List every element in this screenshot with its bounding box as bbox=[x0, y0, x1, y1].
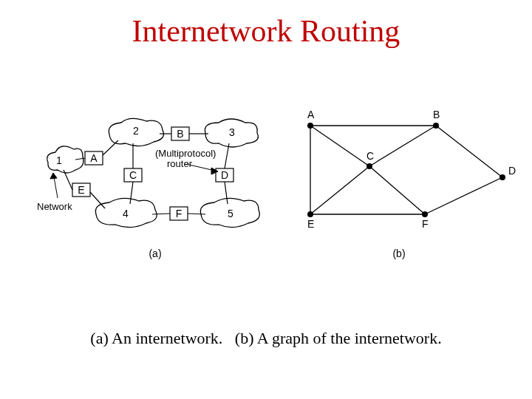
svg-line-13 bbox=[225, 182, 228, 204]
network-3: 3 bbox=[229, 126, 235, 138]
svg-point-34 bbox=[499, 174, 505, 180]
svg-line-30 bbox=[425, 177, 502, 214]
router-b: B bbox=[177, 128, 183, 140]
node-e: E bbox=[307, 218, 314, 230]
router-f: F bbox=[176, 208, 183, 219]
figure-b-label: (b) bbox=[392, 248, 405, 259]
router-label-1: (Multiprotocol) bbox=[155, 148, 216, 159]
node-d: D bbox=[508, 165, 516, 177]
router-a: A bbox=[90, 152, 98, 164]
svg-line-26 bbox=[436, 126, 502, 177]
svg-line-7 bbox=[103, 140, 118, 155]
caption: (a) An internetwork. (b) A graph of the … bbox=[0, 329, 532, 348]
svg-line-17 bbox=[188, 214, 205, 214]
figure-a-label: (a) bbox=[149, 248, 161, 259]
caption-b: (b) A graph of the internetwork. bbox=[235, 329, 442, 347]
node-a: A bbox=[307, 109, 315, 120]
network-arrow-label: Network bbox=[37, 201, 72, 212]
svg-point-36 bbox=[422, 211, 428, 217]
figure-a: A B C D E F 1 2 3 4 5 Network (Multiprot… bbox=[15, 96, 281, 273]
svg-line-12 bbox=[225, 143, 229, 168]
network-4: 4 bbox=[123, 208, 129, 219]
page-title: Internetwork Routing bbox=[0, 13, 532, 49]
svg-marker-19 bbox=[50, 173, 57, 179]
network-5: 5 bbox=[228, 208, 233, 219]
svg-point-33 bbox=[366, 163, 372, 169]
svg-point-32 bbox=[433, 123, 439, 129]
svg-point-35 bbox=[307, 211, 313, 217]
svg-line-11 bbox=[130, 182, 133, 204]
svg-line-27 bbox=[310, 166, 369, 214]
caption-a: (a) An internetwork. bbox=[90, 329, 222, 347]
router-label-2: router bbox=[167, 158, 193, 169]
svg-line-16 bbox=[152, 214, 170, 214]
figure-b: A B C D E F (b) bbox=[281, 96, 525, 273]
router-c: C bbox=[129, 169, 137, 181]
svg-point-31 bbox=[307, 123, 313, 129]
svg-line-28 bbox=[369, 166, 425, 214]
node-f: F bbox=[422, 218, 429, 230]
node-c: C bbox=[366, 150, 374, 162]
svg-line-23 bbox=[310, 126, 369, 166]
network-2: 2 bbox=[133, 125, 139, 137]
svg-line-25 bbox=[369, 126, 436, 166]
router-d: D bbox=[221, 169, 228, 181]
router-e: E bbox=[78, 184, 84, 196]
network-1: 1 bbox=[56, 154, 62, 166]
node-b: B bbox=[433, 109, 440, 120]
